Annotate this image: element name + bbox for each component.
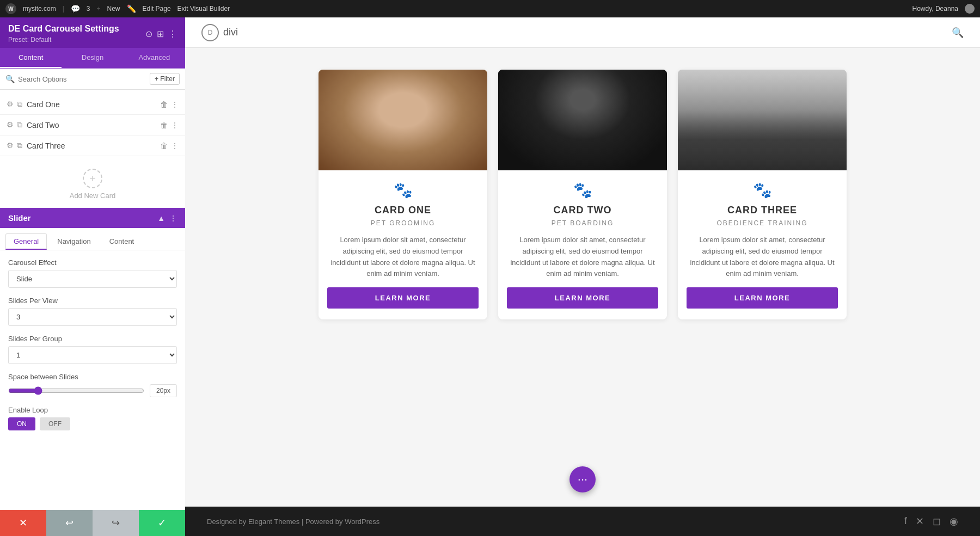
edit-page-button[interactable]: Edit Page — [143, 5, 171, 13]
card-more-icon-2[interactable]: ⋮ — [171, 121, 179, 130]
facebook-icon[interactable]: f — [904, 515, 907, 527]
settings-icon[interactable]: ⊙ — [145, 29, 152, 39]
card-duplicate-icon-2[interactable]: ⧉ — [17, 120, 22, 130]
wp-logo-icon[interactable]: W — [5, 3, 16, 14]
card-three-text: Lorem ipsum dolor sit amet, consectetur … — [687, 235, 838, 280]
instagram-icon[interactable]: ◻ — [933, 515, 941, 527]
card-two-paw-icon: 🐾 — [573, 181, 592, 199]
settings-fields: Carousel Effect Slide Fade Coverflow Sli… — [0, 250, 185, 439]
sub-tab-navigation[interactable]: Navigation — [49, 233, 99, 250]
tab-design[interactable]: Design — [62, 48, 123, 68]
card-three-btn[interactable]: LEARN MORE — [687, 287, 838, 309]
preset-label[interactable]: Preset: Default — [8, 36, 119, 44]
enable-loop-on[interactable]: ON — [8, 417, 35, 430]
divi-logo-circle: D — [201, 24, 219, 41]
card-more-icon-3[interactable]: ⋮ — [171, 141, 179, 150]
howdy-text: Howdy, Deanna — [912, 5, 959, 13]
card-three-image — [678, 70, 847, 170]
exit-builder-button[interactable]: Exit Visual Builder — [177, 5, 230, 13]
card-three: 🐾 CARD THREE OBEDIENCE TRAINING Lorem ip… — [678, 70, 847, 319]
card-more-icon[interactable]: ⋮ — [171, 100, 179, 109]
fab-button[interactable]: ··· — [569, 466, 596, 492]
card-one-title: CARD ONE — [375, 205, 431, 216]
card-one-btn[interactable]: LEARN MORE — [327, 287, 479, 309]
main-layout: DE Card Carousel Settings Preset: Defaul… — [0, 17, 980, 536]
slides-per-view-select[interactable]: 1 2 3 4 5 — [8, 308, 177, 326]
card-one: 🐾 CARD ONE PET GROOMING Lorem ipsum dolo… — [318, 70, 487, 319]
search-icon[interactable]: 🔍 — [952, 27, 964, 39]
card-item-three[interactable]: ⚙ ⧉ Card Three 🗑 ⋮ — [0, 135, 185, 156]
comment-count[interactable]: 3 — [87, 5, 90, 13]
card-delete-icon-3[interactable]: 🗑 — [160, 141, 168, 150]
card-settings-icon-2[interactable]: ⚙ — [7, 120, 14, 130]
sidebar: DE Card Carousel Settings Preset: Defaul… — [0, 17, 185, 536]
action-bar: ✕ ↩ ↪ ✓ — [0, 510, 185, 536]
add-new-card-button[interactable]: + Add New Card — [0, 161, 185, 208]
preview-area: 🐾 CARD ONE PET GROOMING Lorem ipsum dolo… — [185, 48, 980, 507]
undo-button[interactable]: ↩ — [46, 510, 93, 536]
divi-logo: D divi — [201, 24, 238, 41]
card-item-two[interactable]: ⚙ ⧉ Card Two 🗑 ⋮ — [0, 115, 185, 135]
card-one-label: Card One — [27, 100, 156, 109]
card-three-body: 🐾 CARD THREE OBEDIENCE TRAINING Lorem ip… — [678, 170, 847, 319]
card-one-text: Lorem ipsum dolor sit amet, consectetur … — [327, 235, 479, 280]
divi-logo-text: divi — [223, 27, 238, 38]
card-three-subtitle: OBEDIENCE TRAINING — [716, 219, 807, 227]
content-area: D divi 🔍 🐾 CARD ONE PET GROOMING Lorem i… — [185, 17, 980, 536]
sub-tab-general[interactable]: General — [5, 233, 47, 250]
card-two-image — [498, 70, 667, 170]
footer-social-icons: f ✕ ◻ ◉ — [904, 515, 958, 527]
add-new-circle-icon: + — [83, 169, 102, 188]
card-two-body: 🐾 CARD TWO PET BOARDING Lorem ipsum dolo… — [498, 170, 667, 319]
card-duplicate-icon-3[interactable]: ⧉ — [17, 141, 22, 150]
card-delete-icon-2[interactable]: 🗑 — [160, 121, 168, 130]
card-duplicate-icon[interactable]: ⧉ — [17, 100, 22, 109]
layout-icon[interactable]: ⊞ — [157, 29, 164, 39]
site-footer: Designed by Elegant Themes | Powered by … — [185, 507, 980, 536]
slider-section-title: Slider — [8, 213, 31, 223]
carousel-effect-field: Carousel Effect Slide Fade Coverflow — [8, 258, 177, 288]
save-button[interactable]: ✓ — [139, 510, 185, 536]
carousel-effect-label: Carousel Effect — [8, 258, 177, 267]
tab-advanced[interactable]: Advanced — [124, 48, 185, 68]
card-one-body: 🐾 CARD ONE PET GROOMING Lorem ipsum dolo… — [318, 170, 487, 319]
space-between-label: Space between Slides — [8, 373, 177, 381]
sidebar-title: DE Card Carousel Settings — [8, 24, 119, 34]
sub-tab-content[interactable]: Content — [101, 233, 143, 250]
card-list: ⚙ ⧉ Card One 🗑 ⋮ ⚙ ⧉ Card Two — [0, 90, 185, 161]
sidebar-header: DE Card Carousel Settings Preset: Defaul… — [0, 17, 185, 48]
cards-container: 🐾 CARD ONE PET GROOMING Lorem ipsum dolo… — [207, 70, 958, 319]
tab-content[interactable]: Content — [0, 48, 62, 68]
slides-per-group-select[interactable]: 1 2 3 — [8, 346, 177, 364]
enable-loop-off[interactable]: OFF — [40, 417, 70, 430]
card-two-btn[interactable]: LEARN MORE — [507, 287, 658, 309]
card-one-subtitle: PET GROOMING — [371, 219, 435, 227]
card-settings-icon[interactable]: ⚙ — [7, 100, 14, 109]
card-settings-icon-3[interactable]: ⚙ — [7, 141, 14, 150]
new-button[interactable]: New — [107, 5, 120, 13]
section-collapse-icon[interactable]: ▲ — [157, 214, 165, 223]
site-name[interactable]: mysite.com — [23, 5, 56, 13]
edit-icon: ✏️ — [127, 4, 136, 13]
enable-loop-field: Enable Loop ON OFF — [8, 406, 177, 430]
carousel-effect-select[interactable]: Slide Fade Coverflow — [8, 270, 177, 288]
card-delete-icon[interactable]: 🗑 — [160, 100, 168, 109]
redo-button[interactable]: ↪ — [93, 510, 139, 536]
search-input[interactable] — [18, 75, 146, 83]
avatar[interactable] — [965, 4, 975, 14]
slider-section-header: Slider ▲ ⋮ — [0, 208, 185, 228]
filter-button[interactable]: + Filter — [150, 73, 180, 85]
twitter-icon[interactable]: ✕ — [916, 515, 924, 527]
card-item-one[interactable]: ⚙ ⧉ Card One 🗑 ⋮ — [0, 94, 185, 115]
more-icon[interactable]: ⋮ — [168, 29, 177, 39]
card-three-title: CARD THREE — [727, 205, 797, 216]
footer-text: Designed by Elegant Themes | Powered by … — [207, 517, 379, 526]
search-bar: 🔍 + Filter — [0, 69, 185, 90]
space-between-slider[interactable] — [8, 386, 144, 395]
rss-icon[interactable]: ◉ — [950, 515, 958, 527]
card-two-subtitle: PET BOARDING — [552, 219, 614, 227]
card-two-title: CARD TWO — [554, 205, 612, 216]
cancel-button[interactable]: ✕ — [0, 510, 46, 536]
slider-sub-tabs: General Navigation Content — [0, 228, 185, 250]
section-more-icon[interactable]: ⋮ — [169, 214, 177, 223]
